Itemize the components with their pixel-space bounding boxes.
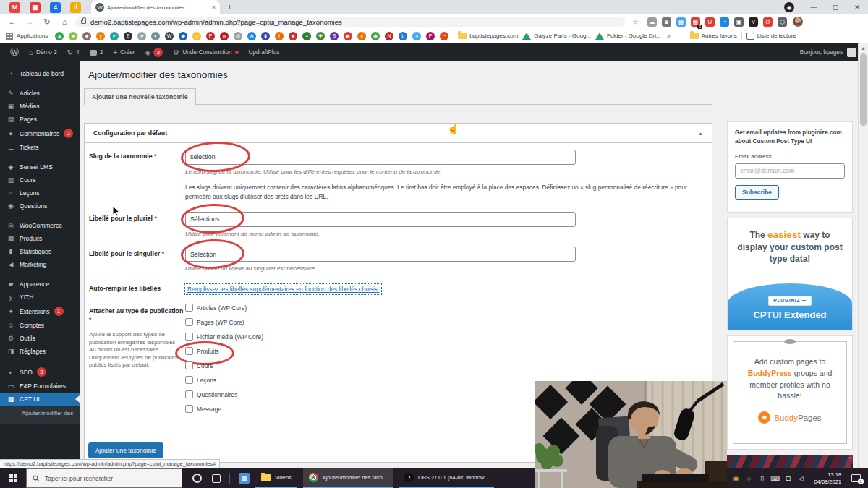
sync-tray-icon[interactable]: ◌ [744, 475, 753, 482]
post-type-checkbox-row[interactable]: Articles (WP Core) [185, 304, 703, 312]
bookmark-favicon[interactable]: l [275, 32, 284, 40]
account-menu[interactable]: Bonjour, bpages [800, 48, 856, 57]
checkbox[interactable] [185, 361, 193, 369]
url-text[interactable]: demo2.baptistepages.com/wp-admin/admin.p… [90, 18, 342, 26]
new-content-menu[interactable]: + Créer [113, 48, 135, 56]
bookmark-favicon[interactable]: W [165, 32, 174, 40]
cptui-extended-ad[interactable]: The easiest way to display your custom p… [727, 218, 853, 330]
taskbar-search[interactable]: Taper ici pour rechercher [26, 468, 182, 488]
sidebar-item[interactable]: ◎ WooCommerce [0, 219, 80, 232]
taskbar-item-videos[interactable]: Vidéos [255, 468, 297, 488]
sidebar-item[interactable]: ✎ Articles [0, 87, 80, 100]
bookmark-drive[interactable]: Folder - Google Dri... [607, 33, 661, 39]
collapse-icon[interactable]: ▲ [698, 131, 703, 136]
sidebar-item[interactable]: ▮ Statistiques [0, 245, 80, 258]
checkbox[interactable] [185, 376, 193, 384]
bookmark-favicon[interactable]: ■ [289, 32, 297, 40]
autofill-labels-link[interactable]: Remplissez les libellés supplémentaires … [185, 284, 381, 294]
close-button[interactable]: ✕ [846, 1, 868, 14]
sidebar-item[interactable]: ▥ Cours [0, 174, 80, 187]
updates-menu[interactable]: ↻ 4 [67, 48, 80, 56]
site-menu[interactable]: ⌂ Démo 2 [29, 48, 57, 56]
scrollbar[interactable]: ▲ [858, 43, 868, 468]
scroll-down-icon[interactable]: ▼ [848, 455, 853, 461]
bookmark-favicon[interactable]: ▮ [261, 32, 270, 40]
extension-icon[interactable]: ▣ [734, 17, 744, 27]
sidebar-item[interactable]: ◔ Tableau de bord [0, 67, 80, 80]
minimize-button[interactable]: — [803, 1, 825, 14]
post-type-checkbox-row[interactable]: Fichier média (WP Core) [185, 333, 703, 341]
pinned-tab[interactable]: ıl [70, 2, 81, 13]
display-icon[interactable]: ⊡ [783, 475, 792, 482]
bookmark-folder[interactable]: baptistepages.com [469, 33, 518, 39]
bookmark-favicon[interactable]: ◔ [440, 32, 448, 40]
close-tab-icon[interactable]: × [212, 4, 216, 11]
sidebar-item[interactable]: ▤ Pages [0, 113, 80, 126]
extension-icon[interactable]: U [705, 17, 715, 27]
taskbar-clock[interactable]: 13:18 04/08/2021 [814, 471, 841, 485]
bookmark-favicon[interactable]: ☻ [82, 32, 91, 40]
new-tab-button[interactable]: + [227, 2, 232, 12]
singular-label-input[interactable] [185, 247, 576, 262]
comments-menu[interactable]: 2 [90, 49, 103, 56]
wp-logo-icon[interactable]: Ⓦ [10, 46, 19, 59]
checkbox[interactable] [185, 333, 193, 341]
other-bookmarks[interactable]: Autres favoris [702, 33, 737, 39]
bookmark-favicon[interactable]: ◆ [179, 32, 187, 40]
chrome-tray-icon[interactable]: ◉ [731, 475, 740, 482]
tab-add-new-taxonomy[interactable]: Ajouter une nouvelle taxonomie [84, 88, 196, 105]
sidebar-item[interactable]: ▭ E&P Formulaires [0, 380, 80, 393]
extension-icon[interactable]: ▦2 [691, 17, 700, 27]
pinned-tab[interactable]: 4 [50, 2, 61, 13]
bookmark-favicon[interactable]: y [96, 32, 105, 40]
pinned-tab[interactable]: M [9, 2, 20, 13]
notification-center-icon[interactable]: 1 [851, 474, 861, 482]
address-bar[interactable]: demo2.baptistepages.com/wp-admin/admin.p… [75, 17, 625, 27]
post-type-checkbox-row[interactable]: Cours [185, 361, 703, 369]
pinned-tab[interactable]: ▣ [30, 2, 41, 13]
bookmark-favicon[interactable]: P [206, 32, 215, 40]
extension-icon[interactable]: O [763, 17, 773, 27]
bookmark-favicon[interactable]: ✚ [316, 32, 325, 40]
task-view-icon[interactable] [212, 474, 221, 483]
sidebar-item[interactable]: ▦ Produits [0, 232, 80, 245]
sidebar-item[interactable]: ▣ Médias [0, 100, 80, 113]
sidebar-item[interactable]: ≡ Leçons [0, 187, 80, 200]
post-type-checkbox-row[interactable]: Produits [185, 347, 703, 355]
panel-header[interactable]: Configuration par défaut ▲ [85, 124, 712, 143]
bookmark-favicon[interactable]: ➤ [137, 32, 146, 40]
start-button[interactable] [0, 468, 26, 488]
email-field[interactable] [735, 163, 845, 179]
sidebar-item[interactable]: Ajouter/modifier des [0, 406, 80, 424]
bookmark-favicon[interactable]: ▲ [55, 32, 64, 40]
active-browser-tab[interactable]: W Ajouter/modifier des taxonomies × [91, 0, 220, 14]
extension-icon[interactable]: ▦ [676, 17, 686, 27]
bookmark-favicon[interactable]: ıl [357, 32, 366, 40]
sidebar-item[interactable]: ✦ Extensions 1 [0, 304, 80, 319]
sidebar-item[interactable]: ◉ Questions [0, 200, 80, 213]
bookmark-favicon[interactable]: ✔ [110, 32, 119, 40]
bookmark-favicon[interactable]: ☺ [192, 32, 201, 40]
sidebar-item[interactable]: y YITH [0, 291, 80, 304]
bookmark-favicon[interactable]: b [399, 32, 407, 40]
bookmark-favicon[interactable]: ≡ [302, 32, 311, 40]
bookmark-favicon[interactable]: S [330, 32, 339, 40]
browser-menu-icon[interactable]: ⋮ [809, 18, 816, 26]
checkbox[interactable] [185, 347, 193, 355]
underconstruction-menu[interactable]: ⚙ UnderConstruction [173, 48, 238, 56]
bookmark-favicon[interactable]: E [124, 32, 132, 40]
sidebar-item[interactable]: ◨ Réglages [0, 345, 80, 358]
checkbox[interactable] [185, 405, 193, 413]
media-controls-icon[interactable]: ◉ [784, 2, 794, 12]
profile-avatar[interactable] [793, 17, 803, 27]
extension-icon[interactable]: ☁ [647, 17, 657, 27]
bookmark-favicon[interactable]: ✕ [412, 32, 421, 40]
sidebar-item[interactable]: ⚙ Outils [0, 332, 80, 345]
bookmarks-overflow-icon[interactable]: » [667, 33, 671, 40]
apps-grid-icon[interactable] [6, 33, 13, 40]
forward-icon[interactable]: → [25, 17, 35, 26]
sidebar-item[interactable]: ▩ CPT UI [0, 393, 80, 406]
bookmark-favicon[interactable]: ● [69, 32, 77, 40]
bookmark-favicon[interactable]: ◉ [371, 32, 380, 40]
reload-icon[interactable]: ↻ [42, 17, 52, 27]
